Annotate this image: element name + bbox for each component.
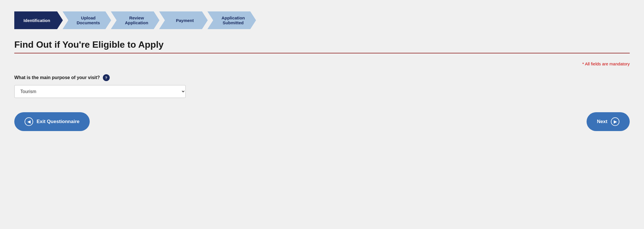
step-review-application[interactable]: ReviewApplication	[111, 11, 159, 29]
page-title: Find Out if You're Eligible to Apply	[14, 39, 630, 50]
mandatory-note: * All fields are mandatory	[14, 61, 630, 66]
step-label: ReviewApplication	[125, 15, 148, 25]
visit-purpose-select[interactable]: Tourism Business Study Transit Other	[14, 85, 186, 98]
stepper: Identification UploadDocuments ReviewApp…	[14, 11, 630, 29]
step-upload-documents[interactable]: UploadDocuments	[63, 11, 111, 29]
question-text: What is the main purpose of your visit?	[14, 75, 100, 80]
exit-icon: ◀	[25, 117, 33, 126]
visit-purpose-label: What is the main purpose of your visit? …	[14, 74, 630, 81]
title-divider	[14, 53, 630, 53]
form-section: What is the main purpose of your visit? …	[14, 74, 630, 98]
exit-questionnaire-button[interactable]: ◀ Exit Questionnaire	[14, 112, 90, 131]
step-label: ApplicationSubmitted	[221, 15, 245, 25]
step-label: Payment	[176, 18, 194, 23]
next-label: Next	[597, 119, 607, 124]
buttons-row: ◀ Exit Questionnaire Next ▶	[14, 112, 630, 131]
step-application-submitted[interactable]: ApplicationSubmitted	[207, 11, 256, 29]
step-label: Identification	[23, 18, 50, 23]
step-label: UploadDocuments	[77, 15, 100, 25]
help-icon[interactable]: ?	[103, 74, 110, 81]
step-identification[interactable]: Identification	[14, 11, 63, 29]
exit-label: Exit Questionnaire	[37, 119, 79, 124]
step-payment[interactable]: Payment	[159, 11, 208, 29]
next-icon: ▶	[611, 117, 619, 126]
next-button[interactable]: Next ▶	[587, 112, 630, 131]
